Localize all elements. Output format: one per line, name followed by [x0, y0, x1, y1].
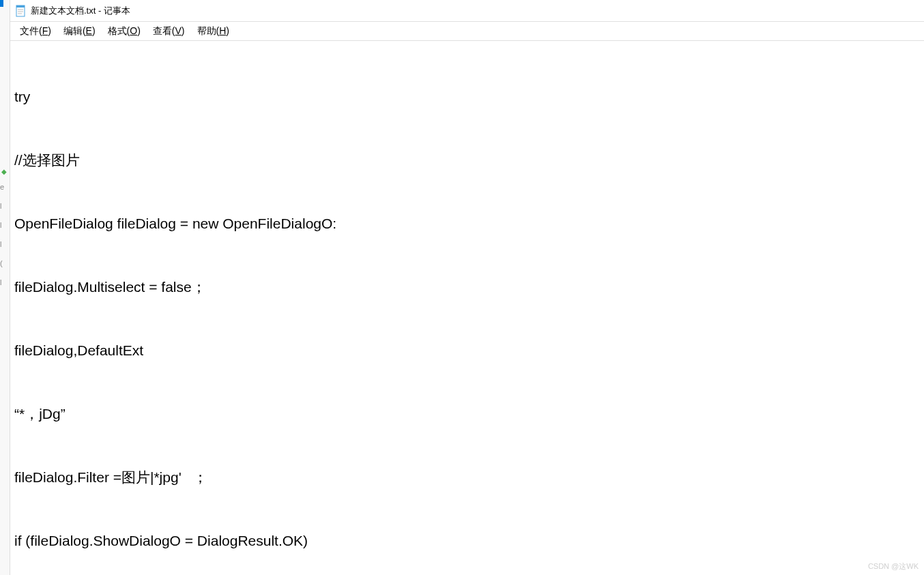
text-line: fileDialog.Filter =图片|*jpg' ；	[14, 467, 920, 488]
green-marker: ◆	[1, 168, 7, 173]
watermark: CSDN @这WK	[868, 561, 919, 572]
window-title: 新建文本文档.txt - 记事本	[31, 5, 130, 17]
text-line: “*，jDg”	[14, 403, 920, 424]
text-line: OpenFileDialog fileDialog = new OpenFile…	[14, 213, 920, 234]
menu-format[interactable]: 格式(O)	[102, 24, 146, 39]
notepad-icon	[16, 4, 27, 18]
text-line: if (fileDialog.ShowDialogO = DialogResul…	[14, 530, 920, 551]
text-line: fileDialog.Multiselect = false；	[14, 276, 920, 297]
menu-help[interactable]: 帮助(H)	[192, 24, 235, 39]
blue-accent-strip	[0, 0, 3, 7]
background-window-sliver: ◆ e l l l ( l	[0, 0, 10, 575]
title-bar[interactable]: 新建文本文档.txt - 记事本	[10, 0, 924, 22]
text-line: fileDialog,DefaultExt	[14, 340, 920, 361]
menu-bar: 文件(F) 编辑(E) 格式(O) 查看(V) 帮助(H)	[10, 22, 924, 41]
menu-edit[interactable]: 编辑(E)	[58, 24, 101, 39]
text-line: //选择图片	[14, 149, 920, 171]
notepad-window: 新建文本文档.txt - 记事本 文件(F) 编辑(E) 格式(O) 查看(V)…	[10, 0, 924, 575]
menu-view[interactable]: 查看(V)	[147, 24, 190, 39]
menu-file[interactable]: 文件(F)	[14, 24, 57, 39]
svg-rect-1	[16, 5, 25, 8]
text-editor-area[interactable]: try //选择图片 OpenFileDialog fileDialog = n…	[10, 41, 924, 575]
background-text-fragments: e l l l ( l	[0, 177, 4, 292]
text-line: try	[14, 86, 920, 107]
